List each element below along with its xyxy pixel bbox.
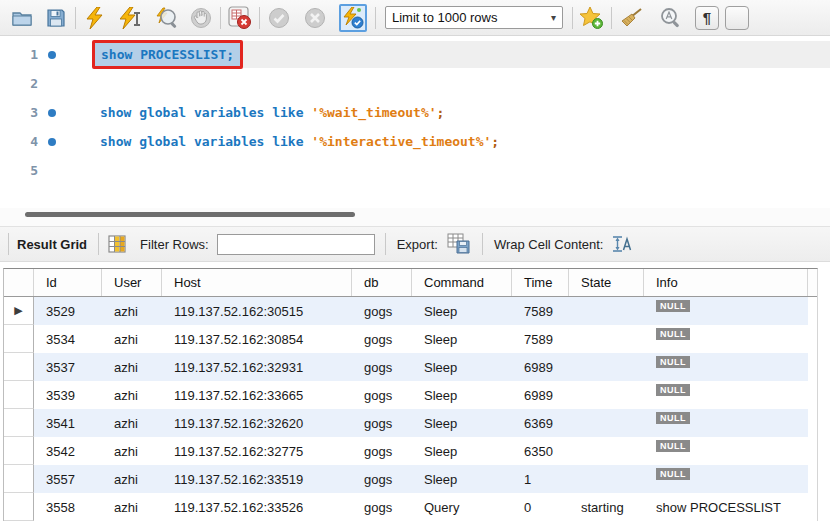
cell-time[interactable]: 6989 xyxy=(512,381,569,409)
cell-info[interactable]: NULL xyxy=(644,297,808,325)
cell-state[interactable] xyxy=(569,353,644,381)
cell-command[interactable]: Sleep xyxy=(412,297,512,325)
table-row[interactable]: 3542 azhi 119.137.52.162:32775 gogs Slee… xyxy=(4,437,817,465)
open-script-button[interactable] xyxy=(8,4,36,32)
cell-state[interactable] xyxy=(569,297,644,325)
toggle-autocommit-button[interactable] xyxy=(339,4,367,32)
cell-command[interactable]: Sleep xyxy=(412,353,512,381)
cell-host[interactable]: 119.137.52.162:32775 xyxy=(162,437,352,465)
rollback-button[interactable] xyxy=(301,4,329,32)
row-selector[interactable] xyxy=(4,409,34,437)
row-selector[interactable] xyxy=(4,493,34,521)
cell-time[interactable]: 6369 xyxy=(512,409,569,437)
cell-host[interactable]: 119.137.52.162:33526 xyxy=(162,493,352,521)
cell-host[interactable]: 119.137.52.162:32931 xyxy=(162,353,352,381)
save-snippet-button[interactable] xyxy=(578,4,606,32)
editor-line-1[interactable]: 1 show PROCESSLIST; xyxy=(0,40,830,69)
header-command[interactable]: Command xyxy=(412,269,512,296)
header-user[interactable]: User xyxy=(102,269,162,296)
cell-user[interactable]: azhi xyxy=(102,381,162,409)
editor-line-2[interactable]: 2 xyxy=(0,69,830,98)
editor-line-3[interactable]: 3 show global variables like '%wait_time… xyxy=(0,98,830,127)
cell-command[interactable]: Query xyxy=(412,493,512,521)
cell-user[interactable]: azhi xyxy=(102,465,162,493)
header-db[interactable]: db xyxy=(352,269,412,296)
cell-user[interactable]: azhi xyxy=(102,353,162,381)
explain-plan-button[interactable] xyxy=(153,4,181,32)
beautify-script-button[interactable] xyxy=(617,4,645,32)
table-row[interactable]: 3541 azhi 119.137.52.162:32620 gogs Slee… xyxy=(4,409,817,437)
cell-db[interactable]: gogs xyxy=(352,409,412,437)
cell-user[interactable]: azhi xyxy=(102,297,162,325)
cell-host[interactable]: 119.137.52.162:33519 xyxy=(162,465,352,493)
filter-rows-input[interactable] xyxy=(217,234,375,255)
cell-db[interactable]: gogs xyxy=(352,353,412,381)
cell-state[interactable] xyxy=(569,409,644,437)
cell-info[interactable]: NULL xyxy=(644,409,808,437)
limit-rows-dropdown[interactable]: Limit to 1000 rows ▾ xyxy=(385,6,563,29)
table-row[interactable]: 3539 azhi 119.137.52.162:33665 gogs Slee… xyxy=(4,381,817,409)
cell-time[interactable]: 0 xyxy=(512,493,569,521)
cell-time[interactable]: 6350 xyxy=(512,437,569,465)
cell-state[interactable] xyxy=(569,381,644,409)
cell-id[interactable]: 3529 xyxy=(34,297,102,325)
cell-host[interactable]: 119.137.52.162:30515 xyxy=(162,297,352,325)
cell-command[interactable]: Sleep xyxy=(412,465,512,493)
table-row[interactable]: 3534 azhi 119.137.52.162:30854 gogs Slee… xyxy=(4,325,817,353)
cell-info[interactable]: NULL xyxy=(644,353,808,381)
cell-info[interactable]: NULL xyxy=(644,465,808,493)
cell-db[interactable]: gogs xyxy=(352,325,412,353)
editor-line-5[interactable]: 5 xyxy=(0,156,830,185)
toggle-stop-on-error-button[interactable] xyxy=(226,4,254,32)
stop-query-button[interactable] xyxy=(187,4,215,32)
execute-statements-button[interactable] xyxy=(81,4,109,32)
header-host[interactable]: Host xyxy=(162,269,352,296)
wrap-cell-content-toggle[interactable] xyxy=(612,235,634,253)
cell-user[interactable]: azhi xyxy=(102,325,162,353)
cell-host[interactable]: 119.137.52.162:32620 xyxy=(162,409,352,437)
cell-state[interactable] xyxy=(569,437,644,465)
wrap-text-button[interactable] xyxy=(725,6,749,30)
row-selector[interactable] xyxy=(4,325,34,353)
cell-command[interactable]: Sleep xyxy=(412,325,512,353)
cell-id[interactable]: 3557 xyxy=(34,465,102,493)
header-info[interactable]: Info xyxy=(644,269,808,296)
cell-time[interactable]: 6989 xyxy=(512,353,569,381)
cell-id[interactable]: 3539 xyxy=(34,381,102,409)
cell-id[interactable]: 3537 xyxy=(34,353,102,381)
cell-info[interactable]: NULL xyxy=(644,437,808,465)
table-row[interactable]: 3537 azhi 119.137.52.162:32931 gogs Slee… xyxy=(4,353,817,381)
cell-db[interactable]: gogs xyxy=(352,437,412,465)
header-state[interactable]: State xyxy=(569,269,644,296)
export-recordset-button[interactable] xyxy=(447,233,471,255)
cell-state[interactable]: starting xyxy=(569,493,644,521)
cell-host[interactable]: 119.137.52.162:30854 xyxy=(162,325,352,353)
cell-id[interactable]: 3542 xyxy=(34,437,102,465)
cell-command[interactable]: Sleep xyxy=(412,381,512,409)
cell-user[interactable]: azhi xyxy=(102,409,162,437)
cell-host[interactable]: 119.137.52.162:33665 xyxy=(162,381,352,409)
row-selector[interactable] xyxy=(4,465,34,493)
cell-db[interactable]: gogs xyxy=(352,297,412,325)
cell-db[interactable]: gogs xyxy=(352,381,412,409)
cell-info[interactable]: NULL xyxy=(644,325,808,353)
table-row[interactable]: ▶ 3529 azhi 119.137.52.162:30515 gogs Sl… xyxy=(4,297,817,325)
cell-id[interactable]: 3534 xyxy=(34,325,102,353)
sql-editor[interactable]: 1 show PROCESSLIST; 2 3 show global vari… xyxy=(0,40,830,208)
cell-state[interactable] xyxy=(569,325,644,353)
cell-time[interactable]: 7589 xyxy=(512,325,569,353)
grid-view-button[interactable] xyxy=(107,234,127,254)
header-time[interactable]: Time xyxy=(512,269,569,296)
find-panel-button[interactable] xyxy=(657,4,685,32)
execute-current-statement-button[interactable] xyxy=(117,4,145,32)
editor-hscrollbar-thumb[interactable] xyxy=(25,212,355,217)
cell-user[interactable]: azhi xyxy=(102,437,162,465)
table-row[interactable]: 3557 azhi 119.137.52.162:33519 gogs Slee… xyxy=(4,465,817,493)
row-selector[interactable] xyxy=(4,381,34,409)
cell-info[interactable]: NULL xyxy=(644,381,808,409)
save-script-button[interactable] xyxy=(42,4,70,32)
commit-button[interactable] xyxy=(265,4,293,32)
header-id[interactable]: Id xyxy=(34,269,102,296)
cell-command[interactable]: Sleep xyxy=(412,437,512,465)
cell-user[interactable]: azhi xyxy=(102,493,162,521)
